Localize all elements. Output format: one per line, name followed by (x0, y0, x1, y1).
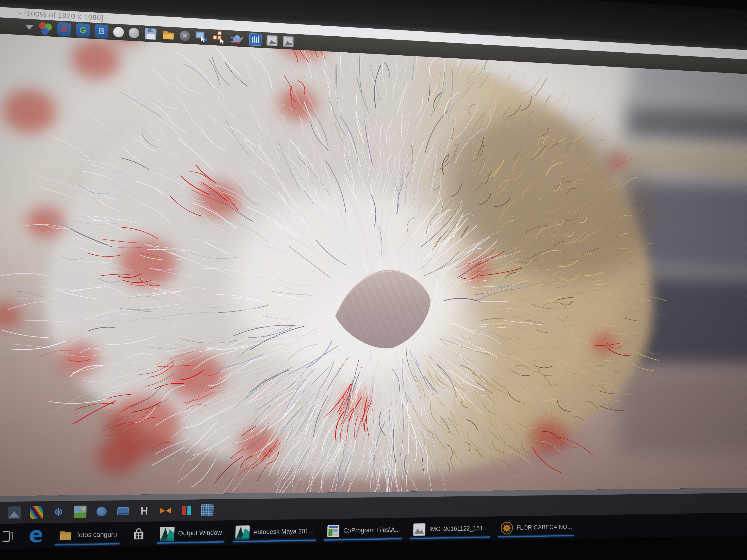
flipbook-icon[interactable] (195, 30, 208, 44)
running-indicator (324, 538, 402, 540)
open-folder-icon[interactable] (162, 28, 175, 42)
dropdown-caret-icon[interactable] (25, 25, 33, 30)
taskbar-button-fotos-canguru[interactable]: fotos canguru (54, 525, 121, 545)
red-channel-label: R (61, 24, 68, 34)
green-channel-button[interactable]: G (76, 23, 90, 37)
taskbar-button-edge[interactable] (24, 526, 48, 546)
taskbar-button-img-photo[interactable]: IMG_20161122_151... (409, 519, 491, 539)
taskbar-label: fotos canguru (77, 531, 117, 539)
task-view-icon (2, 528, 13, 544)
taskbar-button-autodesk-maya[interactable]: Autodesk Maya 201... (232, 522, 318, 542)
taskbar-button-output-window[interactable]: Output Window (156, 523, 226, 543)
taskbar-label: FLOR CABECA NO... (516, 524, 572, 531)
dark-circle-button[interactable]: ✕ (179, 30, 190, 42)
running-indicator (233, 539, 316, 542)
edge-icon (28, 528, 44, 543)
paint-splat-icon (500, 521, 513, 535)
blue-panel-icon[interactable] (117, 505, 129, 517)
blue-blob-icon[interactable] (95, 505, 108, 518)
running-indicator (410, 536, 490, 539)
snowflake-icon[interactable]: ❄ (52, 506, 65, 518)
running-indicator (55, 543, 120, 545)
taskbar-label: IMG_20161122_151... (429, 525, 488, 533)
running-indicator (157, 541, 224, 543)
blue-channel-label: B (98, 26, 105, 36)
taskbar-button-program-files[interactable]: C:\Program Files\A... (323, 521, 404, 540)
app-window-icon (327, 524, 340, 537)
rainbow-stripes-icon[interactable] (30, 506, 43, 518)
save-icon[interactable] (144, 27, 157, 41)
image-mountain-icon[interactable] (8, 506, 21, 519)
landscape-icon[interactable] (74, 505, 86, 518)
render-viewport[interactable] (0, 31, 747, 497)
image-a-icon[interactable] (266, 34, 278, 47)
taskbar-button-task-view[interactable] (2, 526, 14, 546)
maya-icon (235, 525, 250, 539)
image-b-icon[interactable] (282, 35, 294, 48)
store-icon (131, 527, 146, 541)
taskbar-label: C:\Program Files\A... (343, 526, 400, 534)
orange-arrows-icon[interactable] (159, 504, 172, 517)
green-channel-label: G (79, 25, 86, 35)
blue-channel-button[interactable]: B (95, 24, 108, 38)
photo-icon (413, 523, 426, 536)
monitor-screen: - [100% of 1920 x 1080] R G B ✕ (0, 0, 747, 560)
taskbar-label: Output Window (178, 529, 222, 537)
gray-circle-button[interactable] (129, 27, 139, 38)
folder-icon (58, 528, 73, 543)
taskbar-label: Autodesk Maya 201... (253, 528, 314, 536)
rendered-fur-image (0, 31, 747, 497)
red-channel-button[interactable]: R (57, 22, 71, 36)
photo-of-monitor: - [100% of 1920 x 1080] R G B ✕ (0, 0, 747, 560)
blue-grid-icon[interactable] (201, 504, 213, 516)
color-wheel-icon[interactable] (38, 21, 53, 35)
histogram-icon[interactable] (249, 33, 262, 46)
render-teapot-icon[interactable] (231, 32, 244, 46)
maya-icon (160, 526, 174, 541)
letter-h-icon[interactable]: H (138, 505, 151, 517)
taskbar-button-store[interactable] (127, 524, 150, 544)
taskbar-button-flor-cabeca[interactable]: FLOR CABECA NO... (497, 518, 576, 537)
move-tool-icon[interactable] (213, 31, 226, 44)
white-circle-button[interactable] (113, 27, 124, 37)
running-indicator (498, 535, 574, 537)
red-cyan-bars-icon[interactable] (180, 504, 193, 516)
